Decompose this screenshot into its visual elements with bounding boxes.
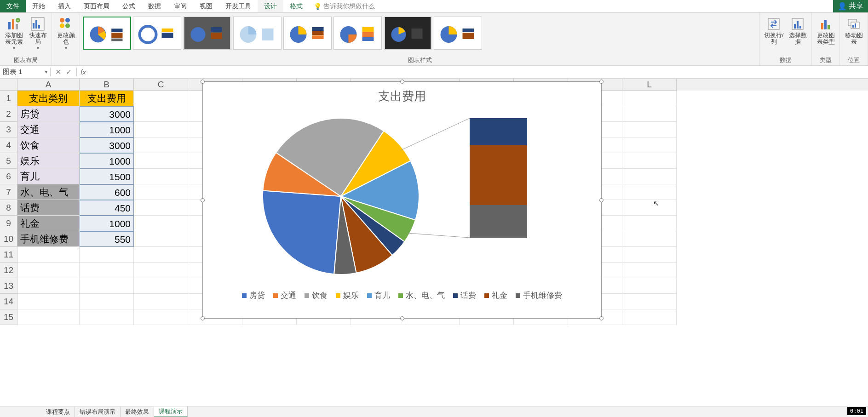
column-header-B[interactable]: B bbox=[80, 79, 134, 91]
cell-L6[interactable] bbox=[622, 169, 677, 184]
switch-row-column-button[interactable]: 切换行/列 bbox=[763, 15, 785, 45]
chart-legend[interactable]: 房贷交通饮食娱乐育儿水、电、气话费礼金手机维修费 bbox=[203, 288, 601, 301]
cell-B8[interactable]: 450 bbox=[80, 200, 134, 216]
cell-L10[interactable] bbox=[622, 231, 677, 247]
bar-segment-手机维修费[interactable] bbox=[470, 205, 527, 238]
tab-insert[interactable]: 插入 bbox=[52, 0, 77, 12]
cell-B11[interactable] bbox=[80, 247, 134, 263]
column-header-A[interactable]: A bbox=[17, 79, 80, 91]
cell-A11[interactable] bbox=[17, 247, 80, 263]
cell-C13[interactable] bbox=[134, 278, 188, 294]
legend-item-手机维修费[interactable]: 手机维修费 bbox=[516, 290, 562, 301]
cell-C1[interactable] bbox=[134, 91, 188, 106]
tab-file[interactable]: 文件 bbox=[0, 0, 26, 12]
row-header[interactable]: 13 bbox=[0, 278, 17, 294]
cell-L9[interactable] bbox=[622, 216, 677, 231]
fx-label[interactable]: fx bbox=[77, 68, 90, 76]
cell-L15[interactable] bbox=[622, 309, 677, 325]
cell-L3[interactable] bbox=[622, 122, 677, 137]
chart-style-5[interactable] bbox=[283, 17, 332, 50]
row-header[interactable]: 6 bbox=[0, 169, 17, 184]
cell-B1[interactable]: 支出费用 bbox=[80, 91, 134, 106]
chart-style-4[interactable] bbox=[233, 17, 282, 50]
row-header[interactable]: 9 bbox=[0, 216, 17, 231]
select-all-corner[interactable] bbox=[0, 79, 17, 91]
cell-B12[interactable] bbox=[80, 263, 134, 278]
legend-item-育儿[interactable]: 育儿 bbox=[367, 290, 390, 301]
row-header[interactable]: 12 bbox=[0, 263, 17, 278]
resize-handle[interactable] bbox=[599, 316, 604, 320]
cell-L14[interactable] bbox=[622, 294, 677, 309]
row-header[interactable]: 5 bbox=[0, 153, 17, 169]
chart-style-2[interactable] bbox=[133, 17, 181, 50]
cell-A7[interactable]: 水、电、气 bbox=[17, 184, 80, 200]
column-header-L[interactable]: L bbox=[622, 79, 677, 91]
chart-style-8[interactable] bbox=[434, 17, 482, 50]
row-header[interactable]: 15 bbox=[0, 309, 17, 325]
tab-formulas[interactable]: 公式 bbox=[116, 0, 142, 12]
tab-design[interactable]: 设计 bbox=[258, 0, 283, 12]
cell-C9[interactable] bbox=[134, 216, 188, 231]
sheet-tab-2[interactable]: 最终效果 bbox=[121, 407, 154, 417]
legend-item-交通[interactable]: 交通 bbox=[273, 290, 296, 301]
cell-C2[interactable] bbox=[134, 106, 188, 122]
cell-C10[interactable] bbox=[134, 231, 188, 247]
embedded-chart[interactable]: 支出费用 房贷交通饮食娱乐育儿水、电、气话费礼金手机维修费 bbox=[202, 81, 602, 319]
cell-C11[interactable] bbox=[134, 247, 188, 263]
cell-C6[interactable] bbox=[134, 169, 188, 184]
legend-item-娱乐[interactable]: 娱乐 bbox=[336, 290, 359, 301]
legend-item-饮食[interactable]: 饮食 bbox=[305, 290, 328, 301]
row-header[interactable]: 8 bbox=[0, 200, 17, 216]
cell-C8[interactable] bbox=[134, 200, 188, 216]
cell-B14[interactable] bbox=[80, 294, 134, 309]
resize-handle[interactable] bbox=[400, 316, 404, 320]
name-box[interactable]: 图表 1▾ bbox=[0, 68, 51, 76]
change-colors-button[interactable]: 更改颜色▾ bbox=[55, 15, 77, 51]
bar-segment-礼金[interactable] bbox=[470, 145, 527, 205]
cell-C12[interactable] bbox=[134, 263, 188, 278]
cell-A14[interactable] bbox=[17, 294, 80, 309]
cell-B6[interactable]: 1500 bbox=[80, 169, 134, 184]
chart-style-3[interactable] bbox=[183, 17, 231, 50]
resize-handle[interactable] bbox=[400, 80, 404, 84]
chart-style-6[interactable] bbox=[333, 17, 382, 50]
chart-plot-area[interactable] bbox=[203, 104, 601, 288]
select-data-button[interactable]: 选择数据 bbox=[787, 15, 809, 45]
cell-A10[interactable]: 手机维修费 bbox=[17, 231, 80, 247]
bar-segment-话费[interactable] bbox=[470, 118, 527, 145]
cell-A12[interactable] bbox=[17, 263, 80, 278]
cell-B5[interactable]: 1000 bbox=[80, 153, 134, 169]
chart-style-1[interactable] bbox=[83, 17, 131, 50]
cell-B3[interactable]: 1000 bbox=[80, 122, 134, 137]
cell-B4[interactable]: 3000 bbox=[80, 137, 134, 153]
cell-C4[interactable] bbox=[134, 137, 188, 153]
cell-B10[interactable]: 550 bbox=[80, 231, 134, 247]
cell-L2[interactable] bbox=[622, 106, 677, 122]
cell-A4[interactable]: 饮食 bbox=[17, 137, 80, 153]
quick-layout-button[interactable]: 快速布局▾ bbox=[27, 15, 49, 51]
cell-A8[interactable]: 话费 bbox=[17, 200, 80, 216]
row-header[interactable]: 1 bbox=[0, 91, 17, 106]
cell-C5[interactable] bbox=[134, 153, 188, 169]
cell-L11[interactable] bbox=[622, 247, 677, 263]
chart-style-7[interactable] bbox=[384, 17, 432, 50]
legend-item-房贷[interactable]: 房贷 bbox=[242, 290, 265, 301]
tab-review[interactable]: 审阅 bbox=[167, 0, 193, 12]
worksheet[interactable]: ABCDEFGHIJKL 1支出类别支出费用2房贷30003交通10004饮食3… bbox=[0, 79, 868, 325]
secondary-bar-stack[interactable] bbox=[470, 118, 527, 238]
legend-item-水、电、气[interactable]: 水、电、气 bbox=[398, 290, 445, 301]
cell-A2[interactable]: 房贷 bbox=[17, 106, 80, 122]
cell-L13[interactable] bbox=[622, 278, 677, 294]
cell-A15[interactable] bbox=[17, 309, 80, 325]
row-header[interactable]: 7 bbox=[0, 184, 17, 200]
cell-B13[interactable] bbox=[80, 278, 134, 294]
add-chart-element-button[interactable]: + 添加图表元素▾ bbox=[3, 15, 25, 51]
resize-handle[interactable] bbox=[201, 316, 205, 320]
chart-title[interactable]: 支出费用 bbox=[203, 82, 601, 104]
tab-home[interactable]: 开始 bbox=[26, 0, 52, 12]
cell-C15[interactable] bbox=[134, 309, 188, 325]
row-header[interactable]: 14 bbox=[0, 294, 17, 309]
pie-slice-房贷[interactable] bbox=[263, 190, 341, 274]
cell-L4[interactable] bbox=[622, 137, 677, 153]
cell-A1[interactable]: 支出类别 bbox=[17, 91, 80, 106]
